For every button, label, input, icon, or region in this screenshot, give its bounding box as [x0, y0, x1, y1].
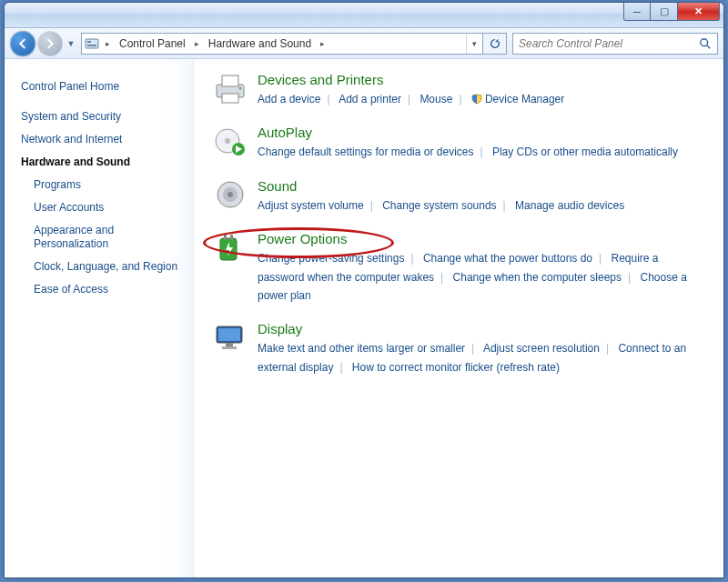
navbar: ▼ ▸ Control Panel ▸ Hardware and Sound ▸…: [5, 28, 723, 59]
task-add-device[interactable]: Add a device: [258, 93, 320, 105]
svg-rect-19: [218, 328, 240, 341]
sidebar-item-ease-of-access[interactable]: Ease of Access: [21, 278, 184, 301]
task-add-printer[interactable]: Add a printer: [339, 93, 401, 105]
chevron-right-icon[interactable]: ▸: [102, 39, 114, 48]
svg-rect-20: [226, 343, 233, 346]
category-title[interactable]: Display: [258, 321, 707, 336]
category-title[interactable]: AutoPlay: [258, 125, 707, 140]
close-button[interactable]: ✕: [678, 3, 720, 21]
window: ─ ▢ ✕ ▼ ▸ Control Panel ▸ Hardware and S…: [4, 2, 724, 578]
svg-point-14: [228, 192, 233, 197]
task-play-cds[interactable]: Play CDs or other media automatically: [492, 146, 678, 158]
task-power-saving[interactable]: Change power-saving settings: [258, 252, 404, 265]
category-display: Display Make text and other items larger…: [210, 321, 707, 376]
chevron-right-icon[interactable]: ▸: [317, 39, 329, 48]
forward-button[interactable]: [37, 31, 63, 56]
main-panel: Devices and Printers Add a device| Add a…: [194, 59, 723, 577]
task-power-buttons[interactable]: Change what the power buttons do: [423, 252, 592, 265]
category-title[interactable]: Sound: [258, 178, 707, 194]
address-bar[interactable]: ▸ Control Panel ▸ Hardware and Sound ▸ ▾: [81, 33, 483, 55]
search-icon[interactable]: [699, 37, 712, 50]
breadcrumb-hardware-sound[interactable]: Hardware and Sound: [203, 34, 317, 54]
printer-icon: [210, 72, 250, 108]
sidebar-item-programs[interactable]: Programs: [21, 174, 184, 196]
back-button[interactable]: [10, 31, 35, 56]
svg-point-10: [225, 138, 230, 144]
autoplay-icon: [210, 125, 250, 161]
address-dropdown[interactable]: ▾: [466, 34, 482, 54]
svg-rect-21: [222, 346, 237, 349]
speaker-icon: [210, 178, 250, 215]
svg-rect-2: [87, 45, 96, 46]
sidebar-item-user-accounts[interactable]: User Accounts: [21, 196, 184, 219]
task-list: Add a device| Add a printer| Mouse| Devi…: [258, 90, 707, 108]
sidebar-item-appearance[interactable]: Appearance and Personalization: [21, 219, 184, 256]
svg-line-4: [707, 45, 711, 48]
sidebar-item-network-internet[interactable]: Network and Internet: [21, 128, 184, 151]
display-icon: [210, 321, 250, 357]
sidebar-item-hardware-sound[interactable]: Hardware and Sound: [21, 151, 184, 174]
svg-point-8: [239, 87, 242, 90]
category-devices-printers: Devices and Printers Add a device| Add a…: [210, 72, 707, 108]
svg-rect-0: [86, 39, 98, 48]
task-text-larger[interactable]: Make text and other items larger or smal…: [258, 342, 465, 355]
task-list: Make text and other items larger or smal…: [258, 339, 707, 376]
category-title[interactable]: Devices and Printers: [258, 72, 707, 87]
svg-rect-17: [230, 235, 233, 240]
task-change-sounds[interactable]: Change system sounds: [382, 199, 496, 212]
svg-rect-7: [222, 94, 238, 103]
maximize-button[interactable]: ▢: [651, 3, 678, 21]
task-manage-audio[interactable]: Manage audio devices: [515, 199, 624, 212]
chevron-right-icon[interactable]: ▸: [191, 39, 203, 48]
search-input[interactable]: [519, 37, 699, 50]
category-power-options: Power Options Change power-saving settin…: [210, 231, 707, 305]
sidebar-home[interactable]: Control Panel Home: [21, 75, 184, 98]
svg-rect-16: [224, 235, 227, 240]
svg-rect-1: [87, 41, 91, 43]
task-list: Change power-saving settings| Change wha…: [258, 249, 707, 305]
minimize-button[interactable]: ─: [623, 3, 651, 21]
sidebar-item-clock-language[interactable]: Clock, Language, and Region: [21, 256, 184, 278]
sidebar: Control Panel Home System and Security N…: [5, 59, 194, 577]
task-list: Adjust system volume| Change system soun…: [258, 196, 707, 215]
category-sound: Sound Adjust system volume| Change syste…: [210, 178, 707, 215]
task-adjust-volume[interactable]: Adjust system volume: [258, 199, 364, 212]
sidebar-item-system-security[interactable]: System and Security: [21, 105, 184, 128]
refresh-button[interactable]: [483, 33, 507, 55]
svg-point-3: [701, 38, 708, 45]
nav-history-dropdown[interactable]: ▼: [65, 39, 77, 48]
control-panel-icon: [82, 36, 102, 51]
task-change-defaults[interactable]: Change default settings for media or dev…: [258, 146, 473, 158]
task-device-manager[interactable]: Device Manager: [485, 93, 564, 105]
task-list: Change default settings for media or dev…: [258, 143, 707, 161]
category-title[interactable]: Power Options: [258, 231, 707, 246]
breadcrumb-control-panel[interactable]: Control Panel: [114, 34, 191, 54]
category-autoplay: AutoPlay Change default settings for med…: [210, 125, 707, 161]
titlebar: ─ ▢ ✕: [5, 3, 723, 28]
search-box[interactable]: [512, 33, 718, 55]
task-monitor-flicker[interactable]: How to correct monitor flicker (refresh …: [352, 361, 560, 374]
window-buttons: ─ ▢ ✕: [623, 3, 720, 21]
task-computer-sleeps[interactable]: Change when the computer sleeps: [453, 271, 622, 284]
power-icon: [210, 231, 250, 267]
shield-icon: [471, 94, 482, 105]
task-mouse[interactable]: Mouse: [420, 93, 452, 105]
svg-rect-6: [222, 75, 238, 86]
content: Control Panel Home System and Security N…: [5, 59, 723, 577]
task-screen-resolution[interactable]: Adjust screen resolution: [483, 342, 600, 355]
